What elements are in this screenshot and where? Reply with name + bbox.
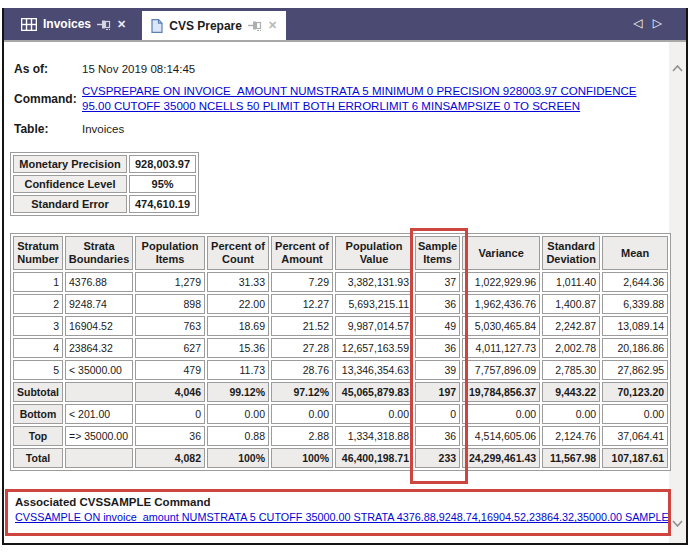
table-cell: 70,123.20 [602, 382, 668, 402]
summary-table: Monetary Precision928,003.97Confidence L… [10, 152, 199, 216]
table-cell: 5,693,215.11 [335, 294, 413, 314]
table-cell: 2,242.87 [542, 316, 600, 336]
column-header: Strata Boundaries [65, 236, 133, 270]
table-cell: 0.00 [207, 404, 269, 424]
scroll-down-icon[interactable] [672, 513, 683, 531]
table-cell: 9,443.22 [542, 382, 600, 402]
scroll-up-icon[interactable] [672, 58, 683, 76]
table-cell: 0.00 [335, 404, 413, 424]
tab-cvs-prepare[interactable]: CVS Prepare ✕ [142, 11, 286, 40]
table-cell: 627 [135, 338, 205, 358]
table-cell: 6,339.88 [602, 294, 668, 314]
table-cell: 18.69 [207, 316, 269, 336]
table-cell: 36 [415, 426, 460, 446]
table-row: Bottom< 201.0000.000.000.0000.000.000.00 [13, 404, 668, 424]
table-cell [65, 448, 133, 468]
table-value: Invoices [82, 123, 660, 135]
table-cell: 4 [13, 338, 63, 358]
scroll-tabs-left-icon[interactable]: ◁ [634, 16, 643, 30]
table-cell: Top [13, 426, 63, 446]
table-cell: 45,065,879.83 [335, 382, 413, 402]
summary-row: Monetary Precision928,003.97 [13, 155, 196, 173]
table-cell: 5 [13, 360, 63, 380]
app-window: Invoices ✕ CVS Prepare [2, 8, 688, 545]
table-row: Top=> 35000.00360.882.881,334,318.88364,… [13, 426, 668, 446]
report-meta: As of: 15 Nov 2019 08:14:45 Command: CVS… [14, 62, 660, 136]
table-cell: 898 [135, 294, 205, 314]
table-cell: 99.12% [207, 382, 269, 402]
strata-table: Stratum NumberStrata BoundariesPopulatio… [10, 233, 671, 471]
table-cell: 3 [13, 316, 63, 336]
table-cell: 5,030,465.84 [462, 316, 540, 336]
pin-icon[interactable] [97, 19, 111, 30]
report-content: As of: 15 Nov 2019 08:14:45 Command: CVS… [4, 42, 686, 543]
table-cell: 100% [271, 448, 333, 468]
table-cell: 107,187.61 [602, 448, 668, 468]
table-row: 423864.3262715.3627.2812,657,163.59364,0… [13, 338, 668, 358]
table-cell: 2,644.36 [602, 272, 668, 292]
table-cell: 46,400,198.71 [335, 448, 413, 468]
column-header: Percent of Count [207, 236, 269, 270]
summary-value: 474,610.19 [129, 195, 196, 213]
table-cell: 0.00 [602, 404, 668, 424]
table-row: Subtotal4,04699.12%97.12%45,065,879.8319… [13, 382, 668, 402]
table-cell: 4,046 [135, 382, 205, 402]
table-cell: < 35000.00 [65, 360, 133, 380]
table-cell: 3,382,131.93 [335, 272, 413, 292]
table-cell: 39 [415, 360, 460, 380]
table-cell: 27.28 [271, 338, 333, 358]
table-cell: 13,346,354.63 [335, 360, 413, 380]
table-cell: 1,334,318.88 [335, 426, 413, 446]
table-cell: 0.00 [462, 404, 540, 424]
tab-invoices[interactable]: Invoices ✕ [12, 8, 135, 40]
table-row: 5< 35000.0047911.7328.7613,346,354.63397… [13, 360, 668, 380]
vertical-scrollbar[interactable] [669, 42, 686, 543]
table-cell: 31.33 [207, 272, 269, 292]
close-icon[interactable]: ✕ [117, 19, 126, 30]
table-cell: 763 [135, 316, 205, 336]
column-header: Standard Deviation [542, 236, 600, 270]
table-cell: 97.12% [271, 382, 333, 402]
table-cell: 49 [415, 316, 460, 336]
table-row: 316904.5276318.6921.529,987,014.57495,03… [13, 316, 668, 336]
table-label: Table: [14, 122, 82, 136]
table-cell: 37 [415, 272, 460, 292]
table-cell: 12.27 [271, 294, 333, 314]
table-cell: Total [13, 448, 63, 468]
column-header: Stratum Number [13, 236, 63, 270]
table-cell: 13,089.14 [602, 316, 668, 336]
table-cell: 9248.74 [65, 294, 133, 314]
table-cell: 479 [135, 360, 205, 380]
tab-label: CVS Prepare [169, 19, 242, 33]
table-cell: 0.00 [542, 404, 600, 424]
associated-command-box: Associated CVSSAMPLE Command CVSSAMPLE O… [5, 489, 671, 536]
table-cell: 7.29 [271, 272, 333, 292]
scroll-tabs-right-icon[interactable]: ▷ [653, 16, 662, 30]
table-cell: 27,862.95 [602, 360, 668, 380]
table-cell: 1,279 [135, 272, 205, 292]
table-cell: 22.00 [207, 294, 269, 314]
table-row: Total4,082100%100%46,400,198.7123324,299… [13, 448, 668, 468]
close-icon[interactable]: ✕ [268, 20, 277, 31]
table-cell: 28.76 [271, 360, 333, 380]
table-cell: < 201.00 [65, 404, 133, 424]
table-cell: 0 [135, 404, 205, 424]
document-icon [151, 19, 163, 33]
table-row: 14376.881,27931.337.293,382,131.93371,02… [13, 272, 668, 292]
table-cell: 12,657,163.59 [335, 338, 413, 358]
summary-label: Confidence Level [13, 175, 127, 193]
table-cell: Subtotal [13, 382, 63, 402]
table-cell: 2,002.78 [542, 338, 600, 358]
column-header: Variance [462, 236, 540, 270]
command-link[interactable]: CVSPREPARE ON INVOICE_AMOUNT NUMSTRATA 5… [82, 84, 660, 114]
table-cell: 21.52 [271, 316, 333, 336]
table-cell: 1 [13, 272, 63, 292]
summary-label: Monetary Precision [13, 155, 127, 173]
pin-icon[interactable] [248, 20, 262, 31]
table-cell: 4,514,605.06 [462, 426, 540, 446]
table-cell: 0.88 [207, 426, 269, 446]
associated-command-link[interactable]: CVSSAMPLE ON invoice_amount NUMSTRATA 5 … [15, 511, 661, 523]
command-label: Command: [14, 92, 82, 106]
table-cell: 1,962,436.76 [462, 294, 540, 314]
table-row: 29248.7489822.0012.275,693,215.11361,962… [13, 294, 668, 314]
